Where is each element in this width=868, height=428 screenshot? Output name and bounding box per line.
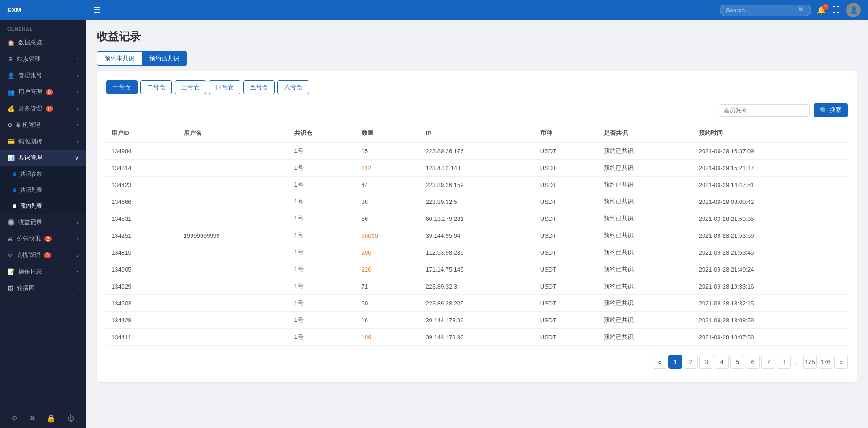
warehouse-tab-4[interactable]: 四号仓 [209,80,240,94]
sidebar-item-consensus-params[interactable]: 共识参数 [0,166,86,182]
cell-ip[interactable]: 171.14.75.145 [420,261,534,278]
sidebar-item-reservation-list[interactable]: 预约列表 [0,198,86,214]
sidebar-item-users[interactable]: 👥 用户管理 0 › [0,84,86,100]
cell-userid[interactable]: 134905 [106,261,178,278]
tab-confirmed[interactable]: 预约已共识 [142,51,187,66]
wallet-icon: 💳 [7,138,15,145]
page-176[interactable]: 176 [819,355,832,369]
page-prev[interactable]: « [653,355,666,369]
cell-userid[interactable]: 134411 [106,329,178,346]
sidebar-item-announcements[interactable]: 🖨 公告快讯 2 › [0,230,86,247]
content-card: 一号仓 二号仓 三号仓 四号仓 五号仓 六号仓 🔍 搜索 用户ID [97,71,857,382]
cell-userid[interactable]: 134666 [106,193,178,210]
cell-status: 预约已共识 [598,278,693,295]
cell-userid: 134815 [106,244,178,261]
cell-ip: 223.89.32.5 [420,193,534,210]
power-icon[interactable]: ⏻ [67,414,75,423]
page-next[interactable]: » [834,355,848,369]
avatar[interactable]: 👤 [846,3,861,17]
cell-time: 2021-09-29 15:21:17 [693,160,848,177]
cell-quantity: 60 [356,295,421,312]
sidebar-item-revenue[interactable]: 🔘 收益记录 › [0,214,86,230]
cell-currency: USDT [535,193,598,210]
cell-userid[interactable]: 134251 [106,227,178,244]
sidebar: EXM GENERAL 🏠 数据总览 🖥 站点管理 › 👤 管理账号 › 👥 用… [0,0,86,428]
search-input[interactable] [726,7,795,14]
sidebar-item-consensus-list[interactable]: 共识列表 [0,182,86,198]
monitor-icon: 🖥 [7,56,13,63]
sidebar-item-recharge[interactable]: ⚖ 充提管理 0 › [0,247,86,263]
cell-ip: 112.53.98.235 [420,244,534,261]
tools-icon[interactable]: ✖ [29,414,35,423]
revenue-icon: 🔘 [7,219,15,226]
table-header-row: 用户ID 用户名 共识仓 数量 IP 币种 是否共识 预约时间 [106,124,848,142]
page-1[interactable]: 1 [668,355,682,369]
page-175[interactable]: 175 [803,355,817,369]
table-row: 134411 1号 109 39.144.178.92 USDT 预约已共识 2… [106,329,848,346]
cell-time: 2021-09-28 18:07:58 [693,329,848,346]
sidebar-item-dashboard[interactable]: 🏠 数据总览 [0,34,86,51]
warehouse-tab-5[interactable]: 五号仓 [243,80,275,94]
member-search-input[interactable] [719,104,810,117]
cell-time: 2021-09-28 21:59:35 [693,210,848,227]
warehouse-tab-3[interactable]: 三号仓 [175,80,206,94]
sidebar-item-label: 数据总览 [18,38,42,47]
col-ip: IP [420,124,534,142]
pagination: « 1 2 3 4 5 6 7 8 ... 175 176 » [106,355,848,373]
sidebar-item-miner[interactable]: ⚙ 矿机管理 › [0,117,86,133]
users-badge: 0 [46,89,53,95]
page-6[interactable]: 6 [746,355,760,369]
page-4[interactable]: 4 [715,355,729,369]
sidebar-item-admin[interactable]: 👤 管理账号 › [0,67,86,84]
sidebar-item-finance[interactable]: 💰 财务管理 0 › [0,100,86,117]
notification-bell[interactable]: 🔔 0 [817,6,826,15]
cell-username [178,278,289,295]
page-5[interactable]: 5 [730,355,744,369]
app-logo: EXM [0,0,86,20]
sidebar-item-label: 财务管理 [18,104,42,112]
page-2[interactable]: 2 [684,355,698,369]
hamburger-icon[interactable]: ☰ [93,5,101,15]
sidebar-item-label: 用户管理 [18,88,42,96]
cell-warehouse: 1号 [289,193,356,210]
page-8[interactable]: 8 [777,355,791,369]
cell-status: 预约已共识 [598,193,693,210]
cell-quantity: 212 [356,160,421,177]
cell-quantity: 60000 [356,227,421,244]
search-bar[interactable]: 🔍 [720,5,811,16]
sidebar-item-station[interactable]: 🖥 站点管理 › [0,51,86,67]
cell-time: 2021-09-29 16:37:09 [693,142,848,160]
cell-time: 2021-09-28 21:49:24 [693,261,848,278]
page-dots: ... [793,358,801,365]
cell-ip: 60.13.179.231 [420,210,534,227]
chevron-down-icon: ∨ [75,155,79,161]
lock-icon[interactable]: 🔒 [47,414,56,423]
cell-userid[interactable]: 134529 [106,278,178,295]
users-icon: 👥 [7,89,15,96]
col-username: 用户名 [178,124,289,142]
cell-userid[interactable]: 134531 [106,210,178,227]
warehouse-tab-2[interactable]: 二号仓 [140,80,172,94]
cell-currency: USDT [535,142,598,160]
page-3[interactable]: 3 [699,355,713,369]
page-7[interactable]: 7 [761,355,775,369]
expand-icon[interactable]: ⛶ [832,6,840,14]
sidebar-item-oplog[interactable]: 📝 操作日志 › [0,263,86,280]
cell-ip[interactable]: 123.4.12.148 [420,160,534,177]
cell-currency: USDT [535,312,598,329]
tab-unconfirmed[interactable]: 预约未共识 [97,51,142,66]
cell-userid[interactable]: 134503 [106,295,178,312]
sidebar-item-wallet[interactable]: 💳 钱包划转 › [0,133,86,150]
cell-userid[interactable]: 134423 [106,177,178,193]
table-row: 134905 1号 226 171.14.75.145 USDT 预约已共识 2… [106,261,848,278]
search-button[interactable]: 🔍 搜索 [814,103,848,117]
content-area: 收益记录 预约未共识 预约已共识 一号仓 二号仓 三号仓 四号仓 五号仓 六号仓… [86,20,868,428]
notification-badge: 0 [822,4,829,10]
sidebar-item-banner[interactable]: 🖼 轮播图 › [0,280,86,296]
settings-icon[interactable]: ⚙ [11,414,18,423]
warehouse-tab-1[interactable]: 一号仓 [106,80,138,94]
cell-userid[interactable]: 134984 [106,142,178,160]
warehouse-tab-6[interactable]: 六号仓 [277,80,309,94]
cell-userid[interactable]: 134814 [106,160,178,177]
sidebar-item-consensus[interactable]: 📊 共识管理 ∨ [0,150,86,166]
